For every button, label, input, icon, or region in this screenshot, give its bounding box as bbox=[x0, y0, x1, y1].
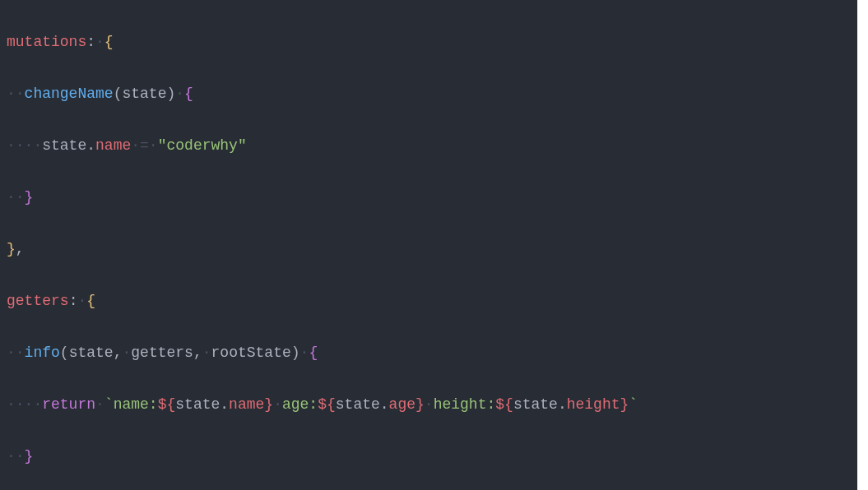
template-delim: ${ bbox=[495, 396, 513, 413]
code-line: getters:·{ bbox=[7, 289, 851, 315]
param-rootState: rootState bbox=[211, 344, 291, 361]
brace-close: } bbox=[7, 241, 16, 257]
code-line: ··} bbox=[7, 185, 851, 211]
comma: , bbox=[16, 241, 25, 257]
paren: ) bbox=[291, 344, 300, 361]
param-getters: getters bbox=[131, 344, 193, 361]
template-delim: ${ bbox=[318, 396, 336, 413]
prop-name: name bbox=[229, 396, 264, 413]
code-block-1: mutations:·{ ··changeName(state)·{ ····s… bbox=[0, 0, 857, 490]
indent: ···· bbox=[7, 396, 42, 413]
template-delim: } bbox=[415, 396, 425, 413]
paren: ) bbox=[166, 86, 175, 102]
backtick: ` bbox=[104, 396, 114, 413]
template-delim: ${ bbox=[158, 396, 176, 413]
var-state: state bbox=[42, 137, 86, 154]
comma: , bbox=[114, 344, 123, 361]
colon: : bbox=[69, 293, 78, 309]
brace-open: { bbox=[309, 344, 318, 361]
indent: ·· bbox=[7, 86, 25, 102]
dot: . bbox=[86, 137, 95, 154]
space: · bbox=[273, 396, 282, 413]
colon: : bbox=[86, 34, 95, 50]
key-getters: getters bbox=[7, 293, 69, 309]
backtick: ` bbox=[629, 396, 638, 413]
string-coderwhy: "coderwhy" bbox=[158, 137, 247, 154]
code-line: ··changeName(state)·{ bbox=[7, 81, 851, 108]
indent: ···· bbox=[7, 137, 42, 154]
var-state: state bbox=[336, 396, 380, 413]
comma: , bbox=[193, 344, 202, 361]
indent: ·· bbox=[7, 344, 25, 361]
dot: . bbox=[220, 396, 229, 413]
paren: ( bbox=[60, 344, 69, 361]
dot: . bbox=[380, 396, 389, 413]
brace-open: { bbox=[86, 293, 95, 309]
indent: ·· bbox=[7, 189, 25, 206]
paren: ( bbox=[114, 86, 123, 102]
template-text: age: bbox=[282, 396, 318, 413]
param-state: state bbox=[122, 86, 166, 102]
fn-changeName: changeName bbox=[25, 86, 114, 102]
prop-age: age bbox=[389, 396, 415, 413]
dot: . bbox=[558, 396, 567, 413]
var-state: state bbox=[175, 396, 220, 413]
brace-open: { bbox=[104, 34, 114, 50]
equals: ·=· bbox=[131, 137, 157, 154]
template-text: height: bbox=[434, 396, 496, 413]
code-line: ····return·`name:${state.name}·age:${sta… bbox=[7, 392, 851, 418]
brace-close: } bbox=[25, 189, 34, 206]
prop-name: name bbox=[95, 137, 131, 154]
template-delim: } bbox=[620, 396, 629, 413]
code-line: ··} bbox=[7, 444, 851, 470]
param-state: state bbox=[69, 344, 114, 361]
keyword-return: return bbox=[42, 396, 95, 413]
var-state: state bbox=[513, 396, 558, 413]
code-line: ··info(state,·getters,·rootState)·{ bbox=[7, 340, 851, 367]
key-mutations: mutations bbox=[7, 34, 86, 50]
code-line: }, bbox=[7, 237, 851, 263]
brace-close: } bbox=[25, 448, 34, 465]
fn-info: info bbox=[25, 344, 60, 361]
indent: ·· bbox=[7, 448, 25, 465]
space: · bbox=[425, 396, 434, 413]
template-delim: } bbox=[264, 396, 273, 413]
template-text: name: bbox=[114, 396, 158, 413]
brace-open: { bbox=[184, 86, 193, 102]
code-line: ····state.name·=·"coderwhy" bbox=[7, 133, 851, 159]
prop-height: height bbox=[567, 396, 620, 413]
code-line: mutations:·{ bbox=[7, 30, 851, 56]
